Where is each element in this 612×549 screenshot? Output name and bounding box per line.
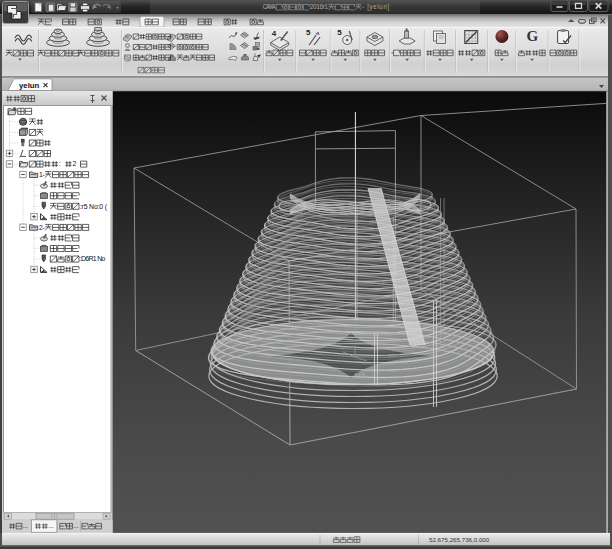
svg-text:1-: 1-	[39, 171, 45, 178]
svg-text:- [yelun]: - [yelun]	[362, 3, 389, 11]
svg-text:yelun: yelun	[19, 81, 40, 90]
svg-text:...: ...	[73, 522, 79, 529]
svg-text:4: 4	[272, 29, 277, 38]
svg-text:2-: 2-	[39, 224, 45, 231]
svg-text:5: 5	[337, 28, 342, 37]
svg-text:G: G	[527, 28, 539, 44]
svg-text::r5 No:0 (: :r5 No:0 (	[80, 203, 108, 211]
svg-text:...: ...	[49, 522, 55, 529]
svg-text:52.675,265.736,0.000: 52.675,265.736,0.000	[429, 536, 490, 543]
svg-text:2: 2	[73, 160, 77, 167]
svg-text:.sys.: .sys.	[352, 371, 368, 377]
svg-text:2016r1: 2016r1	[310, 3, 329, 10]
svg-text:5: 5	[306, 28, 311, 37]
svg-text::D6R1 No: :D6R1 No	[80, 255, 106, 262]
svg-text:CAXA: CAXA	[263, 3, 277, 10]
svg-text:...: ...	[23, 522, 29, 529]
svg-text::: :	[59, 160, 61, 167]
